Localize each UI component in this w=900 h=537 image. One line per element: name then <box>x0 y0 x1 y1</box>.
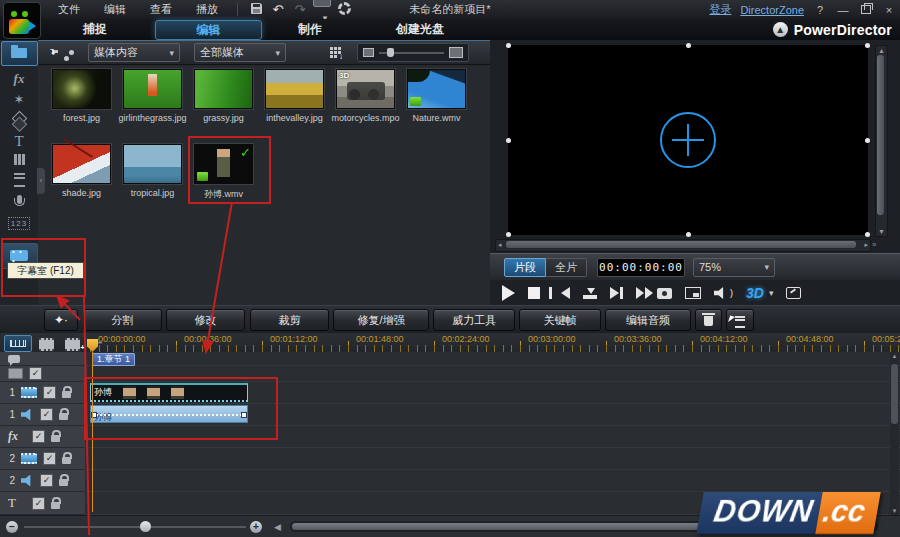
timeline-video-clip[interactable]: 孙博 <box>90 383 248 402</box>
timeline-audio-clip[interactable]: 孙博 <box>90 405 248 423</box>
thumbnail-size-slider[interactable] <box>357 43 469 62</box>
chapter-marker[interactable]: 1.章节 1 <box>92 353 135 366</box>
redo-icon[interactable]: ↷ <box>289 2 311 17</box>
media-filter-dropdown[interactable]: 全部媒体 ▾ <box>194 43 286 62</box>
media-item-nature[interactable]: Nature.wmv <box>408 69 465 123</box>
marker-track[interactable] <box>85 366 900 382</box>
media-item-grassy[interactable]: grassy.jpg <box>195 69 252 123</box>
lock-icon[interactable] <box>59 479 68 486</box>
audio-mixing-room-button[interactable] <box>0 173 38 190</box>
add-media-circle-icon[interactable] <box>660 112 716 168</box>
delete-button[interactable] <box>695 309 722 331</box>
zoom-in-button[interactable]: + <box>250 521 262 533</box>
video-track-1[interactable]: 孙博 <box>85 382 900 404</box>
preview-zoom-dropdown[interactable]: 75% ▾ <box>693 258 775 277</box>
track-enable-checkbox[interactable]: ✓ <box>40 474 53 487</box>
keyframe-button[interactable]: 关键帧 <box>519 309 601 331</box>
timeline-zoom-knob[interactable] <box>140 521 151 532</box>
context-menu-button[interactable] <box>726 309 754 331</box>
track-enable-checkbox[interactable]: ✓ <box>40 408 53 421</box>
preview-quality-button[interactable] <box>685 287 701 299</box>
undo-icon[interactable]: ↶ <box>267 2 289 17</box>
timecode-display[interactable]: 00:00:00:00 <box>597 258 685 277</box>
preview-vertical-scrollbar[interactable]: ▲ ▼ <box>875 45 888 237</box>
split-button[interactable]: 分割 <box>83 309 162 331</box>
restore-button[interactable] <box>859 4 873 16</box>
minimize-button[interactable]: — <box>836 4 850 16</box>
chapter-track[interactable]: 1.章节 1 <box>85 352 900 366</box>
volume-speaker-button[interactable] <box>714 287 727 299</box>
zoom-out-button[interactable]: − <box>6 521 18 533</box>
track-enable-checkbox[interactable]: ✓ <box>43 386 56 399</box>
menu-edit[interactable]: 编辑 <box>92 0 138 19</box>
next-frame-button[interactable] <box>610 287 619 299</box>
effect-track[interactable] <box>85 426 900 448</box>
trim-button[interactable]: 裁剪 <box>250 309 329 331</box>
thumbnail-inthevalley[interactable] <box>265 69 324 109</box>
media-item-sunbo[interactable]: ✓ 孙博.wmv <box>195 144 252 201</box>
thumbnail-motorcycles[interactable]: 3D <box>336 69 395 109</box>
edit-audio-button[interactable]: 编辑音频 <box>605 309 691 331</box>
title-room-button[interactable]: T <box>0 133 38 150</box>
media-item-tropical[interactable]: tropical.jpg <box>124 144 181 201</box>
tab-capture[interactable]: 捕捉 <box>55 20 135 38</box>
timeline-zoom-slider[interactable] <box>24 526 246 528</box>
thumbnail-forest[interactable] <box>52 69 111 109</box>
close-button[interactable]: × <box>882 4 896 16</box>
video-preview[interactable] <box>508 45 868 235</box>
menu-file[interactable]: 文件 <box>46 0 92 19</box>
lock-icon[interactable] <box>62 391 71 398</box>
scroll-up-icon[interactable]: ▲ <box>877 47 886 54</box>
play-button[interactable] <box>502 285 515 301</box>
movie-mode-button[interactable]: 全片 <box>546 258 587 277</box>
clip-mode-button[interactable]: 片段 <box>504 258 546 277</box>
media-item-forest[interactable]: forest.jpg <box>53 69 110 123</box>
lock-icon[interactable] <box>51 502 60 509</box>
scrollbar-thumb[interactable] <box>506 241 856 248</box>
preview-corner-widget[interactable]: » <box>872 239 888 250</box>
thumbnail-girlinthegrass[interactable] <box>123 69 182 109</box>
video-track-2[interactable] <box>85 448 900 470</box>
audio-track-1[interactable]: 孙博 <box>85 404 900 426</box>
voiceover-room-button[interactable] <box>0 192 38 207</box>
directorzone-link[interactable]: DirectorZone <box>740 4 804 16</box>
effect-room-button[interactable]: fx <box>0 71 38 87</box>
fix-enhance-button[interactable]: 修复/增强 <box>333 309 429 331</box>
media-room-button[interactable] <box>1 41 38 66</box>
track-enable-checkbox[interactable]: ✓ <box>32 430 45 443</box>
fast-forward-button[interactable] <box>636 287 644 299</box>
help-button[interactable]: ? <box>813 4 827 16</box>
menu-play[interactable]: 播放 <box>184 0 230 19</box>
scroll-left-icon[interactable]: ◀ <box>274 522 281 532</box>
thumbnail-nature[interactable] <box>407 69 466 109</box>
library-view-button[interactable] <box>330 47 341 58</box>
lock-icon[interactable] <box>51 435 60 442</box>
audio-track-2[interactable] <box>85 470 900 492</box>
media-item-girlinthegrass[interactable]: girlinthegrass.jpg <box>124 69 181 123</box>
slider-knob[interactable] <box>387 48 394 57</box>
magic-wand-button[interactable]: ✦· <box>44 309 78 331</box>
pip-room-button[interactable] <box>0 153 38 168</box>
stop-button[interactable] <box>528 287 540 299</box>
undock-preview-button[interactable] <box>786 287 801 299</box>
track-enable-checkbox[interactable]: ✓ <box>29 367 42 380</box>
media-item-inthevalley[interactable]: inthevalley.jpg <box>266 69 323 123</box>
tab-create-disc[interactable]: 创建光盘 <box>360 20 480 38</box>
previous-frame-button[interactable] <box>561 287 570 299</box>
media-content-dropdown[interactable]: 媒体内容 ▾ <box>88 43 180 62</box>
panel-collapse-handle[interactable]: ‹ <box>37 168 45 194</box>
scroll-down-icon[interactable]: ▼ <box>890 508 899 514</box>
snapshot-camera-button[interactable] <box>657 288 672 299</box>
chapter-room-button[interactable]: 123 <box>0 214 38 229</box>
transition-room-button[interactable] <box>0 112 38 127</box>
track-enable-checkbox[interactable]: ✓ <box>43 452 56 465</box>
scroll-up-icon[interactable]: ▲ <box>890 353 899 359</box>
login-link[interactable]: 登录 <box>709 2 731 17</box>
scroll-right-icon[interactable]: ▸ <box>864 240 868 249</box>
3d-display-button[interactable]: 3D <box>746 285 764 301</box>
settings-gear-icon[interactable] <box>333 2 355 18</box>
timeline-vertical-scrollbar[interactable]: ▲ ▼ <box>890 352 899 515</box>
power-tools-button[interactable]: 威力工具 <box>433 309 515 331</box>
thumbnail-sunbo[interactable]: ✓ <box>194 144 253 184</box>
scrollbar-thumb[interactable] <box>877 55 884 215</box>
